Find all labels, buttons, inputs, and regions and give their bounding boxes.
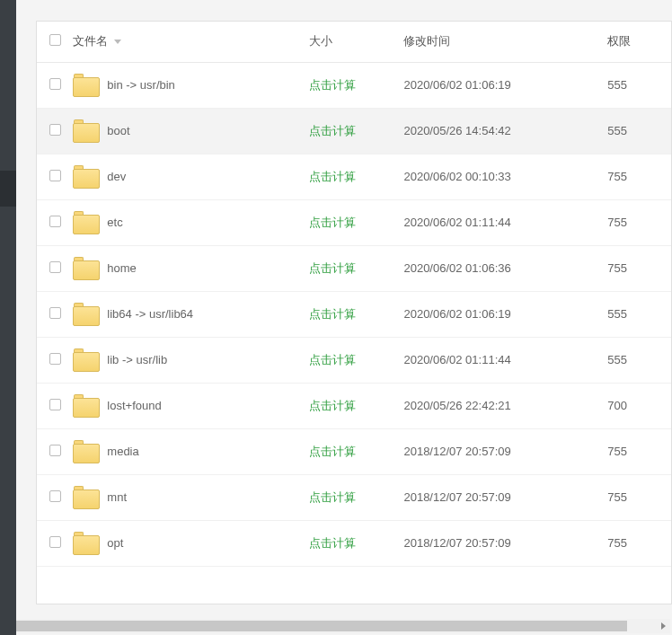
table-row[interactable]: bin -> usr/bin点击计算2020/06/02 01:06:19555 (37, 62, 671, 108)
calculate-size-link[interactable]: 点击计算 (309, 536, 356, 550)
table-row[interactable]: lost+found点击计算2020/05/26 22:42:21700 (37, 383, 671, 428)
row-name-cell: opt (73, 520, 308, 566)
file-name[interactable]: boot (107, 124, 129, 137)
row-checkbox-cell (37, 520, 73, 566)
folder-icon (73, 303, 100, 326)
calculate-size-link[interactable]: 点击计算 (309, 261, 356, 275)
calculate-size-link[interactable]: 点击计算 (309, 307, 356, 321)
calculate-size-link[interactable]: 点击计算 (309, 399, 356, 412)
calculate-size-link[interactable]: 点击计算 (309, 78, 356, 92)
file-name[interactable]: bin -> usr/bin (107, 78, 175, 92)
folder-icon (73, 532, 100, 555)
file-table: 文件名 大小 修改时间 权限 bin -> usr/bin点击计算2020/06… (37, 22, 671, 567)
row-checkbox[interactable] (49, 261, 61, 273)
table-row[interactable]: lib64 -> usr/lib64点击计算2020/06/02 01:06:1… (37, 291, 671, 337)
header-size-label: 大小 (309, 34, 332, 48)
row-perm-cell: 755 (607, 154, 671, 199)
row-checkbox[interactable] (49, 399, 61, 410)
calculate-size-link[interactable]: 点击计算 (309, 170, 356, 183)
row-checkbox[interactable] (49, 536, 61, 548)
row-checkbox[interactable] (49, 445, 61, 456)
table-header-row: 文件名 大小 修改时间 权限 (37, 22, 671, 62)
row-checkbox[interactable] (49, 490, 61, 502)
header-perm-label: 权限 (607, 34, 631, 48)
file-name[interactable]: opt (107, 536, 123, 550)
row-time-cell: 2020/06/02 01:06:36 (403, 245, 607, 291)
file-name[interactable]: lost+found (107, 399, 161, 412)
folder-icon (73, 119, 100, 143)
row-size-cell: 点击计算 (309, 245, 404, 291)
scrollbar-thumb[interactable] (16, 621, 627, 631)
table-row[interactable]: lib -> usr/lib点击计算2020/06/02 01:11:44555 (37, 337, 671, 383)
row-checkbox-cell (37, 337, 73, 383)
row-time-cell: 2020/05/26 14:54:42 (403, 108, 607, 154)
row-perm-cell: 755 (607, 199, 671, 245)
table-row[interactable]: opt点击计算2018/12/07 20:57:09755 (37, 520, 671, 566)
folder-icon (73, 486, 100, 509)
select-all-checkbox[interactable] (49, 34, 61, 46)
row-size-cell: 点击计算 (309, 199, 404, 245)
calculate-size-link[interactable]: 点击计算 (309, 445, 356, 458)
folder-icon (73, 348, 100, 372)
row-name-cell: lib -> usr/lib (73, 337, 308, 383)
row-size-cell: 点击计算 (309, 428, 404, 474)
file-name[interactable]: home (107, 261, 137, 275)
row-checkbox-cell (37, 383, 73, 428)
row-perm-cell: 555 (607, 291, 671, 337)
row-checkbox-cell (37, 291, 73, 337)
table-row[interactable]: home点击计算2020/06/02 01:06:36755 (37, 245, 671, 291)
row-checkbox-cell (37, 108, 73, 154)
calculate-size-link[interactable]: 点击计算 (309, 353, 356, 366)
row-checkbox[interactable] (49, 78, 61, 90)
toolbar (36, 0, 672, 16)
file-name[interactable]: media (107, 445, 138, 458)
horizontal-scrollbar[interactable] (16, 619, 670, 633)
row-size-cell: 点击计算 (309, 520, 404, 566)
file-table-container: 文件名 大小 修改时间 权限 bin -> usr/bin点击计算2020/06… (36, 21, 672, 604)
header-size[interactable]: 大小 (309, 22, 404, 62)
row-size-cell: 点击计算 (309, 337, 404, 383)
row-checkbox-cell (37, 154, 73, 199)
sort-desc-icon (114, 40, 121, 44)
row-time-cell: 2020/06/02 01:11:44 (403, 337, 607, 383)
file-name[interactable]: etc (107, 216, 122, 229)
table-row[interactable]: dev点击计算2020/06/02 00:10:33755 (37, 154, 671, 199)
row-perm-cell: 700 (607, 383, 671, 428)
header-perm[interactable]: 权限 (607, 22, 671, 62)
row-time-cell: 2018/12/07 20:57:09 (403, 428, 607, 474)
calculate-size-link[interactable]: 点击计算 (309, 124, 356, 137)
file-name[interactable]: lib64 -> usr/lib64 (107, 307, 193, 321)
row-perm-cell: 755 (607, 474, 671, 520)
header-checkbox-cell (37, 22, 73, 62)
header-time[interactable]: 修改时间 (403, 22, 607, 62)
table-row[interactable]: mnt点击计算2018/12/07 20:57:09755 (37, 474, 671, 520)
row-perm-cell: 755 (607, 428, 671, 474)
table-row[interactable]: etc点击计算2020/06/02 01:11:44755 (37, 199, 671, 245)
row-checkbox-cell (37, 62, 73, 108)
header-name[interactable]: 文件名 (73, 22, 308, 62)
header-name-label: 文件名 (73, 34, 108, 48)
row-checkbox[interactable] (49, 307, 61, 319)
row-name-cell: etc (73, 199, 308, 245)
row-checkbox[interactable] (49, 170, 61, 181)
file-name[interactable]: lib -> usr/lib (107, 353, 167, 366)
row-time-cell: 2018/12/07 20:57:09 (403, 520, 607, 566)
calculate-size-link[interactable]: 点击计算 (309, 490, 356, 504)
folder-icon (73, 440, 100, 463)
calculate-size-link[interactable]: 点击计算 (309, 216, 356, 229)
row-checkbox[interactable] (49, 124, 61, 136)
row-checkbox-cell (37, 199, 73, 245)
file-name[interactable]: mnt (107, 490, 127, 504)
row-perm-cell: 555 (607, 108, 671, 154)
file-name[interactable]: dev (107, 170, 126, 183)
row-checkbox[interactable] (49, 353, 61, 365)
table-row[interactable]: media点击计算2018/12/07 20:57:09755 (37, 428, 671, 474)
row-name-cell: bin -> usr/bin (73, 62, 308, 108)
row-checkbox-cell (37, 474, 73, 520)
scrollbar-right-arrow-icon[interactable] (656, 619, 670, 633)
main-panel: 文件名 大小 修改时间 权限 bin -> usr/bin点击计算2020/06… (16, 0, 672, 635)
row-name-cell: home (73, 245, 308, 291)
table-row[interactable]: boot点击计算2020/05/26 14:54:42555 (37, 108, 671, 154)
row-time-cell: 2020/06/02 01:06:19 (403, 291, 607, 337)
row-checkbox[interactable] (49, 216, 61, 227)
